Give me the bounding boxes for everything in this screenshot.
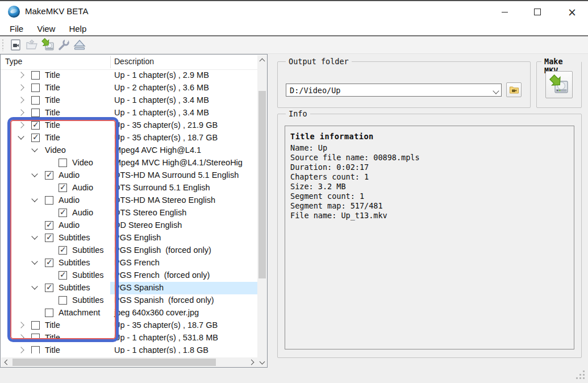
row-checkbox[interactable]: ✓ [45, 171, 53, 180]
row-checkbox[interactable]: ✓ [45, 234, 53, 242]
expander-icon[interactable] [18, 110, 24, 116]
horizontal-scrollbar-thumb[interactable] [12, 359, 216, 366]
row-type-label: Video [72, 158, 93, 167]
tree-row[interactable]: ✓ Audio DTS-HD MA Surround 5.1 English [1, 169, 257, 182]
expander-icon[interactable] [31, 197, 38, 204]
tree-row[interactable]: ✓ Subtitles PGS English [1, 232, 257, 244]
tree-row[interactable]: ✓ Video Mpeg4 AVC High@L4.1 [1, 144, 257, 157]
minimize-button[interactable] [493, 2, 516, 22]
row-checkbox[interactable]: ✓ [31, 96, 40, 105]
tree-row[interactable]: ✓ Title Up - 1 chapter(s) , 3.4 MB [1, 107, 257, 119]
row-type-label: Title [45, 83, 60, 92]
row-checkbox[interactable]: ✓ [45, 196, 53, 205]
tree-row[interactable]: ✓ Audio DTS Stereo English [1, 207, 257, 219]
scroll-right-icon[interactable] [247, 357, 257, 367]
row-checkbox[interactable]: ✓ [45, 259, 53, 267]
checkmark-icon: ✓ [32, 132, 39, 141]
tree-row[interactable]: ✓ Audio DTS-HD MA Stereo English [1, 194, 257, 207]
tree-row[interactable]: ✓ Title Up - 1 chapter(s) , 1.8 GB [1, 344, 257, 353]
row-checkbox[interactable]: ✓ [59, 246, 67, 255]
expander-icon[interactable] [31, 172, 38, 179]
expander-icon[interactable] [18, 97, 24, 104]
column-header-type[interactable]: Type [5, 57, 22, 66]
row-type-label: Title [45, 345, 60, 353]
browse-folder-button[interactable] [506, 82, 522, 97]
row-checkbox[interactable]: ✓ [45, 284, 53, 292]
maximize-button[interactable] [526, 2, 549, 22]
make-mkv-button[interactable] [545, 71, 573, 98]
menu-item[interactable]: View [32, 23, 60, 35]
output-folder-combobox[interactable]: D:/Video/Up [286, 84, 502, 97]
tree-row[interactable]: ✓ Title Up - 35 chapter(s) , 18.7 GB [1, 132, 257, 144]
row-checkbox[interactable]: ✓ [31, 71, 40, 80]
menu-item[interactable]: File [5, 23, 28, 35]
row-checkbox[interactable]: ✓ [59, 159, 67, 167]
row-checkbox[interactable]: ✓ [45, 221, 53, 230]
vertical-scrollbar-thumb[interactable] [258, 91, 266, 278]
settings-button[interactable] [56, 38, 72, 52]
expander-icon[interactable] [18, 85, 24, 91]
expander-icon[interactable] [31, 285, 38, 292]
menu-item[interactable]: Help [64, 23, 91, 35]
expander-icon[interactable] [31, 235, 38, 242]
row-type-label: Subtitles [59, 233, 90, 242]
row-description: PGS Spanish [114, 283, 164, 292]
row-checkbox[interactable]: ✓ [59, 209, 67, 217]
row-type-label: Audio [72, 208, 93, 217]
tree-rows: ✓ Title Up - 1 chapter(s) , 2.9 MB ✓ Tit… [1, 69, 257, 353]
toolbar-drag-handle[interactable] [2, 39, 5, 51]
tree-row[interactable]: ✓ Title Up - 35 chapter(s) , 18.7 GB [1, 319, 257, 332]
tree-row[interactable]: ✓ Subtitles PGS English (forced only) [1, 244, 257, 257]
tree-row[interactable]: ✓ Title Up - 1 chapter(s) , 3.4 MB [1, 94, 257, 107]
row-checkbox[interactable]: ✓ [59, 184, 67, 192]
tree-row[interactable]: ✓ Title Up - 1 chapter(s) , 531.8 MB [1, 332, 257, 344]
column-divider[interactable] [110, 56, 111, 68]
row-checkbox[interactable]: ✓ [31, 84, 40, 92]
tree-row[interactable]: ✓ Audio DD Stereo English [1, 219, 257, 232]
row-checkbox[interactable]: ✓ [31, 134, 40, 142]
tree-row[interactable]: ✓ Subtitles PGS Spanish (forced only) [1, 294, 257, 307]
tree-row[interactable]: ✓ Audio DTS Surround 5.1 English [1, 182, 257, 194]
info-line: Segment map: 517/481 [290, 201, 574, 211]
row-checkbox[interactable]: ✓ [59, 296, 67, 305]
expander-icon[interactable] [31, 260, 38, 267]
tree-row[interactable]: ✓ Attachment jpeg 640x360 cover.jpg [1, 307, 257, 319]
column-header-description[interactable]: Description [114, 57, 154, 66]
close-button[interactable]: × [560, 2, 584, 22]
maximize-icon [534, 9, 541, 15]
info-text-area[interactable]: Title information Name: UpSource file na… [285, 126, 574, 349]
open-disc-button[interactable] [24, 38, 40, 52]
tree-row[interactable]: ✓ Video Mpeg4 MVC High@L4.1/StereoHig [1, 157, 257, 169]
scroll-up-icon[interactable] [257, 55, 267, 65]
open-video-file-button[interactable] [8, 38, 24, 52]
combobox-dropdown-icon[interactable] [493, 88, 499, 94]
row-checkbox[interactable]: ✓ [31, 346, 40, 353]
row-checkbox[interactable]: ✓ [59, 271, 67, 280]
expander-icon[interactable] [18, 122, 24, 129]
scroll-left-icon[interactable] [1, 357, 11, 367]
tree-row[interactable]: ✓ Subtitles PGS Spanish [1, 282, 257, 294]
tree-row[interactable]: ✓ Title Up - 1 chapter(s) , 2.9 MB [1, 69, 257, 82]
row-checkbox[interactable]: ✓ [45, 309, 53, 317]
window-resize-grip[interactable] [576, 370, 585, 380]
expander-icon[interactable] [18, 322, 24, 329]
row-description: DTS Stereo English [114, 208, 186, 217]
tree-row[interactable]: ✓ Title Up - 35 chapter(s) , 21.9 GB [1, 119, 257, 132]
row-checkbox[interactable]: ✓ [31, 121, 40, 130]
tree-row[interactable]: ✓ Subtitles PGS French (forced only) [1, 269, 257, 282]
eject-button[interactable] [72, 38, 87, 52]
info-line: Name: Up [290, 143, 574, 153]
scroll-down-icon[interactable] [257, 357, 267, 367]
row-description: PGS French [114, 258, 160, 267]
expander-icon[interactable] [18, 72, 24, 79]
expander-icon[interactable] [18, 335, 24, 342]
make-mkv-toolbar-button[interactable] [40, 38, 56, 52]
tree-row[interactable]: ✓ Title Up - 2 chapter(s) , 3.6 MB [1, 82, 257, 94]
row-checkbox[interactable]: ✓ [31, 109, 40, 117]
row-checkbox[interactable]: ✓ [31, 334, 40, 342]
tree-row[interactable]: ✓ Subtitles PGS French [1, 257, 257, 269]
expander-icon[interactable] [18, 135, 24, 141]
row-checkbox[interactable]: ✓ [31, 321, 40, 330]
expander-icon[interactable] [31, 147, 38, 154]
expander-icon[interactable] [18, 347, 24, 353]
